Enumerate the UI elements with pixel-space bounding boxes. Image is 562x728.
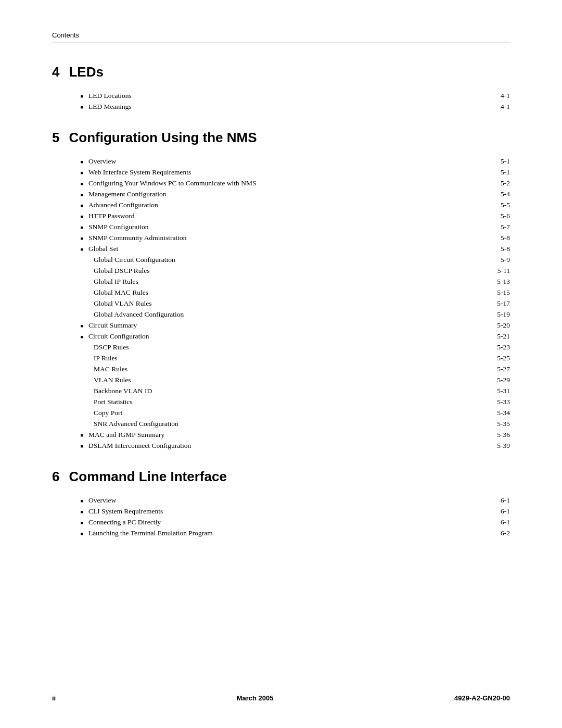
toc-dots bbox=[189, 238, 487, 239]
toc-dots bbox=[139, 325, 487, 326]
toc-section-ch6: 6Command Line Interface■Overview6-1■CLI … bbox=[52, 469, 510, 537]
toc-sub-item-label: Copy Port bbox=[94, 409, 122, 417]
toc-page-number: 5-4 bbox=[489, 190, 510, 198]
toc-dots bbox=[258, 183, 487, 184]
toc-item-label: LED Locations bbox=[88, 92, 132, 100]
toc-item-label: Overview bbox=[88, 157, 116, 166]
footer-right: 4929-A2-GN20-00 bbox=[454, 694, 510, 702]
chapter-number: 5 bbox=[52, 130, 59, 145]
toc-page-number: 5-36 bbox=[489, 431, 510, 439]
list-item: IP Rules5-25 bbox=[94, 354, 510, 362]
chapter-name: LEDs bbox=[69, 64, 103, 80]
toc-dots bbox=[160, 205, 487, 206]
toc-page-number: 5-13 bbox=[489, 278, 510, 286]
toc-sub-item-label: SNR Advanced Configuration bbox=[94, 420, 178, 428]
bullet-icon: ■ bbox=[73, 498, 83, 504]
toc-item-label: LED Meanings bbox=[88, 103, 132, 111]
toc-sub-item-label: Backbone VLAN ID bbox=[94, 387, 152, 395]
toc-page-number: 5-27 bbox=[489, 365, 510, 373]
toc-page-number: 5-34 bbox=[489, 409, 510, 417]
bullet-icon: ■ bbox=[73, 214, 83, 219]
toc-page-number: 4-1 bbox=[489, 92, 510, 100]
toc-dots bbox=[136, 216, 487, 217]
list-item: Copy Port5-34 bbox=[94, 409, 510, 417]
toc-page-number: 5-29 bbox=[489, 376, 510, 384]
toc-page-number: 5-2 bbox=[489, 179, 510, 187]
toc-sub-item-label: Global MAC Rules bbox=[94, 288, 148, 297]
toc-dots bbox=[150, 227, 487, 228]
bullet-icon: ■ bbox=[73, 247, 83, 252]
header-label: Contents bbox=[52, 31, 79, 39]
list-item: Global VLAN Rules5-17 bbox=[94, 299, 510, 308]
list-item: Global DSCP Rules5-11 bbox=[94, 267, 510, 275]
toc-item-label: Launching the Terminal Emulation Program bbox=[88, 529, 213, 537]
toc-container: 4LEDs■LED Locations4-1■LED Meanings4-15C… bbox=[52, 64, 510, 537]
bullet-icon: ■ bbox=[73, 444, 83, 449]
toc-page-number: 5-7 bbox=[489, 223, 510, 231]
chapter-name: Configuration Using the NMS bbox=[69, 130, 257, 145]
toc-page-number: 5-15 bbox=[489, 288, 510, 297]
bullet-icon: ■ bbox=[73, 225, 83, 230]
list-item: Global Advanced Configuration5-19 bbox=[94, 310, 510, 319]
toc-dots bbox=[165, 511, 487, 512]
toc-item-label: Overview bbox=[88, 496, 116, 505]
list-item: Global IP Rules5-13 bbox=[94, 278, 510, 286]
toc-page-number: 6-1 bbox=[489, 518, 510, 526]
footer: ii March 2005 4929-A2-GN20-00 bbox=[52, 694, 510, 702]
toc-sub-item-label: Global VLAN Rules bbox=[94, 299, 152, 308]
toc-dots bbox=[151, 336, 487, 337]
list-item: ■Overview5-1 bbox=[83, 157, 510, 166]
list-item: ■SNMP Community Administration5-8 bbox=[83, 234, 510, 242]
toc-page-number: 5-17 bbox=[489, 299, 510, 308]
toc-dots bbox=[134, 96, 487, 96]
toc-item-label: SNMP Community Administration bbox=[88, 234, 187, 242]
bullet-icon: ■ bbox=[73, 323, 83, 329]
toc-dots bbox=[169, 194, 487, 195]
chapter-title-ch4: 4LEDs bbox=[52, 64, 510, 80]
toc-dots bbox=[120, 249, 487, 249]
bullet-icon: ■ bbox=[73, 159, 83, 165]
chapter-number: 4 bbox=[52, 64, 59, 80]
toc-sub-item-label: VLAN Rules bbox=[94, 376, 131, 384]
bullet-icon: ■ bbox=[73, 94, 83, 99]
toc-item-label: Circuit Configuration bbox=[88, 332, 149, 341]
toc-dots bbox=[163, 522, 487, 523]
toc-page-number: 5-19 bbox=[489, 310, 510, 319]
list-item: ■Global Set5-8 bbox=[83, 245, 510, 253]
toc-page-number: 5-25 bbox=[489, 354, 510, 362]
toc-dots bbox=[118, 161, 487, 162]
toc-page-number: 5-1 bbox=[489, 168, 510, 177]
list-item: ■HTTP Password5-6 bbox=[83, 212, 510, 220]
toc-page-number: 5-8 bbox=[489, 245, 510, 253]
list-item: ■DSLAM Interconnect Configuration5-39 bbox=[83, 442, 510, 450]
toc-page-number: 5-21 bbox=[489, 332, 510, 341]
toc-sub-item-label: Global IP Rules bbox=[94, 278, 138, 286]
toc-items-ch5: ■Overview5-1■Web Interface System Requir… bbox=[83, 157, 510, 450]
header-bar: Contents bbox=[52, 31, 510, 43]
toc-page-number: 6-1 bbox=[489, 507, 510, 516]
toc-section-ch4: 4LEDs■LED Locations4-1■LED Meanings4-1 bbox=[52, 64, 510, 111]
toc-sub-item-label: IP Rules bbox=[94, 354, 118, 362]
toc-dots bbox=[134, 107, 487, 107]
list-item: Port Statistics5-33 bbox=[94, 398, 510, 406]
toc-page-number: 5-23 bbox=[489, 343, 510, 352]
list-item: ■Web Interface System Requirements5-1 bbox=[83, 168, 510, 177]
bullet-icon: ■ bbox=[73, 105, 83, 110]
list-item: ■SNMP Configuration5-7 bbox=[83, 223, 510, 231]
toc-item-label: Configuring Your Windows PC to Communica… bbox=[88, 179, 256, 187]
list-item: ■Configuring Your Windows PC to Communic… bbox=[83, 179, 510, 187]
bullet-icon: ■ bbox=[73, 509, 83, 514]
toc-page-number: 4-1 bbox=[489, 103, 510, 111]
toc-page-number: 5-31 bbox=[489, 387, 510, 395]
toc-page-number: 5-9 bbox=[489, 256, 510, 264]
toc-dots bbox=[167, 435, 487, 435]
list-item: MAC Rules5-27 bbox=[94, 365, 510, 373]
toc-page-number: 5-5 bbox=[489, 201, 510, 209]
list-item: DSCP Rules5-23 bbox=[94, 343, 510, 352]
footer-left: ii bbox=[52, 694, 56, 702]
toc-page-number: 6-2 bbox=[489, 529, 510, 537]
toc-item-label: Circuit Summary bbox=[88, 321, 137, 330]
toc-items-ch6: ■Overview6-1■CLI System Requirements6-1■… bbox=[83, 496, 510, 537]
toc-sub-item-label: Global DSCP Rules bbox=[94, 267, 150, 275]
toc-item-label: MAC and IGMP Summary bbox=[88, 431, 164, 439]
